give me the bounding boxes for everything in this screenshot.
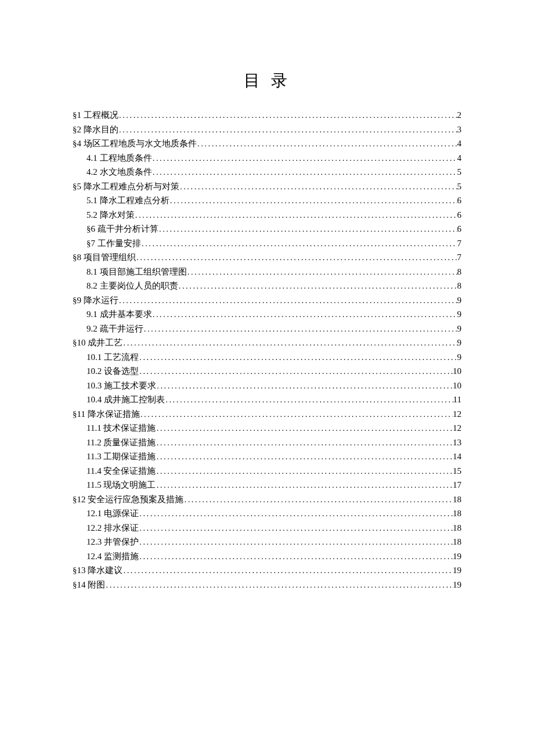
toc-entry: 11.4 安全保证措施 15 (73, 464, 461, 478)
toc-entry: 10.3 施工技术要求 10 (73, 379, 461, 393)
toc-entry: §5 降水工程难点分析与对策5 (73, 179, 461, 194)
toc-entry: §8 项目管理组织7 (73, 250, 461, 265)
toc-entry-label: 5.1 降水工程难点分析 (86, 193, 169, 208)
toc-entry: 12.1 电源保证 18 (73, 506, 461, 521)
toc-dots (139, 521, 453, 535)
toc-entry-label: 4.1 工程地质条件 (86, 151, 152, 165)
toc-entry: 8.1 项目部施工组织管理图8 (73, 265, 461, 279)
toc-entry: 12.4 监测措施 19 (73, 549, 461, 564)
toc-entry-label: 9.1 成井基本要求 (86, 307, 152, 322)
toc-dots (140, 407, 453, 422)
toc-entry-label: §6 疏干井分析计算 (86, 222, 158, 236)
toc-dots (139, 549, 453, 564)
toc-entry: §12 安全运行应急预案及措施18 (73, 492, 461, 507)
toc-entry: 5.1 降水工程难点分析6 (73, 193, 461, 208)
toc-entry-page: 13 (453, 435, 461, 450)
toc-container: §1 工程概况2§2 降水目的3§4 场区工程地质与水文地质条件 44.1 工程… (73, 108, 461, 592)
toc-entry-page: 12 (453, 407, 461, 422)
toc-entry-label: §14 附图 (73, 578, 105, 592)
toc-entry-page: 4 (457, 151, 462, 165)
toc-dots (141, 236, 457, 251)
toc-entry-page: 15 (453, 464, 461, 478)
toc-entry: 11.2 质量保证措施 13 (73, 435, 461, 450)
toc-dots (122, 336, 457, 350)
toc-entry-page: 11 (453, 393, 461, 407)
toc-dots (165, 393, 453, 407)
toc-entry-label: 11.2 质量保证措施 (86, 435, 156, 450)
toc-entry-page: 7 (457, 250, 462, 265)
toc-dots (187, 265, 457, 279)
toc-entry-label: §12 安全运行应急预案及措施 (73, 492, 183, 507)
toc-dots (118, 293, 457, 308)
toc-entry-page: 6 (457, 222, 462, 236)
toc-dots (197, 136, 457, 151)
toc-entry-label: 10.4 成井施工控制表 (86, 393, 165, 407)
toc-dots (178, 279, 457, 293)
toc-entry-page: 9 (457, 293, 462, 308)
toc-entry-label: §2 降水目的 (73, 123, 118, 137)
toc-entry-page: 10 (453, 379, 461, 393)
toc-entry: §7 工作量安排 7 (73, 236, 461, 251)
toc-dots (152, 165, 457, 179)
toc-entry: §14 附图19 (73, 578, 461, 592)
toc-entry-label: 8.1 项目部施工组织管理图 (86, 265, 187, 279)
toc-dots (156, 435, 453, 450)
toc-entry-page: 9 (457, 307, 462, 322)
toc-dots (156, 379, 453, 393)
toc-entry-page: 3 (457, 123, 462, 137)
toc-entry-page: 19 (453, 549, 461, 564)
toc-entry: 11.5 现场文明施工17 (73, 478, 461, 492)
toc-dots (179, 179, 457, 194)
toc-dots (139, 506, 453, 521)
toc-entry-page: 18 (453, 506, 461, 521)
toc-dots (139, 535, 453, 549)
toc-entry-page: 18 (453, 535, 461, 549)
toc-dots (169, 193, 457, 208)
toc-entry-label: §4 场区工程地质与水文地质条件 (73, 136, 197, 151)
toc-entry-page: 5 (457, 165, 462, 179)
toc-dots (152, 307, 457, 322)
toc-entry-page: 17 (453, 478, 461, 492)
toc-entry: 9.1 成井基本要求 9 (73, 307, 461, 322)
toc-entry-page: 9 (457, 322, 462, 336)
toc-entry: §4 场区工程地质与水文地质条件 4 (73, 136, 461, 151)
toc-entry-label: §8 项目管理组织 (73, 250, 136, 265)
toc-entry: 12.2 排水保证 18 (73, 521, 461, 535)
toc-entry-page: 5 (457, 179, 462, 194)
toc-entry-page: 19 (453, 578, 461, 592)
toc-entry-label: §7 工作量安排 (86, 236, 141, 251)
toc-dots (139, 364, 453, 379)
toc-entry-label: 10.3 施工技术要求 (86, 379, 156, 393)
toc-entry-label: §5 降水工程难点分析与对策 (73, 179, 179, 194)
toc-entry-label: 12.1 电源保证 (86, 506, 139, 521)
toc-entry: §6 疏干井分析计算6 (73, 222, 461, 236)
toc-entry-label: 11.1 技术保证措施 (86, 421, 156, 435)
toc-entry: 10.1 工艺流程 9 (73, 350, 461, 365)
toc-dots (156, 478, 453, 492)
toc-entry-label: 11.5 现场文明施工 (86, 478, 156, 492)
toc-dots (122, 563, 453, 578)
toc-dots (118, 123, 457, 137)
toc-entry: 5.2 降水对策 6 (73, 208, 461, 222)
toc-dots (139, 350, 457, 365)
toc-dots (156, 421, 453, 435)
toc-entry-label: §13 降水建议 (73, 563, 122, 578)
toc-entry-page: 9 (457, 350, 462, 365)
toc-entry-label: 12.3 井管保护 (86, 535, 139, 549)
toc-entry-label: 11.3 工期保证措施 (86, 449, 156, 464)
toc-entry: §11 降水保证措施12 (73, 407, 461, 422)
toc-entry-label: §10 成井工艺 (73, 336, 122, 350)
toc-dots (105, 578, 453, 592)
toc-dots (135, 208, 457, 222)
toc-entry-page: 12 (453, 421, 461, 435)
toc-entry-page: 14 (453, 449, 461, 464)
toc-entry-page: 9 (457, 336, 462, 350)
toc-entry-page: 6 (457, 193, 462, 208)
toc-entry-label: 12.2 排水保证 (86, 521, 139, 535)
toc-dots (118, 108, 457, 123)
toc-entry: 4.2 水文地质条件 5 (73, 165, 461, 179)
toc-entry: §2 降水目的3 (73, 123, 461, 137)
toc-entry-label: 10.2 设备选型 (86, 364, 139, 379)
toc-entry-page: 18 (453, 521, 461, 535)
toc-dots (152, 151, 457, 165)
